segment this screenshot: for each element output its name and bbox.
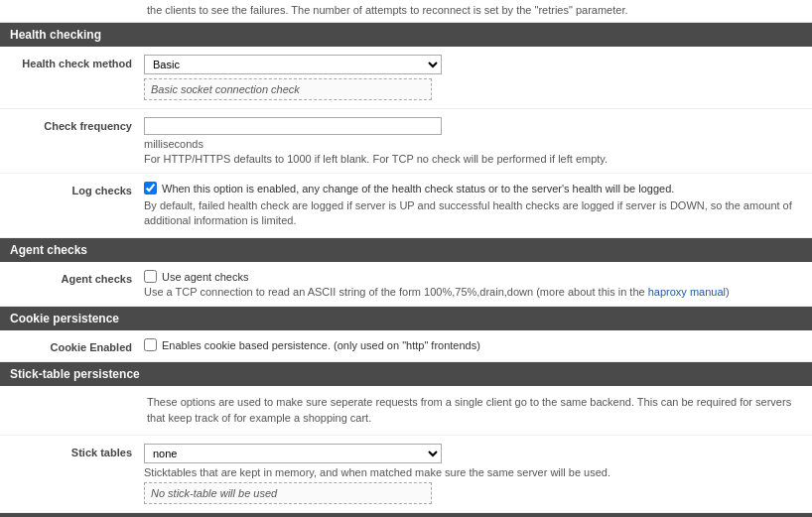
cookie-enabled-checkbox[interactable]: [144, 338, 157, 351]
log-checks-label: Log checks: [10, 182, 144, 196]
stick-table-hint-box: No stick-table will be used: [144, 482, 432, 504]
section-stick-table: Stick-table persistence: [0, 362, 812, 386]
health-checking-section: Health check method Basic HTTP HTTPS TCP…: [0, 47, 812, 238]
stick-tables-content: none Sticktables that are kept in memory…: [144, 444, 802, 504]
agent-checks-checkbox[interactable]: [144, 270, 157, 283]
log-checks-checkbox-row: When this option is enabled, any change …: [144, 182, 802, 194]
cookie-enabled-checkbox-label: Enables cookie based persistence. (only …: [162, 338, 480, 351]
check-frequency-label: Check frequency: [10, 117, 144, 132]
health-check-hint-box: Basic socket connection check: [144, 78, 432, 100]
haproxy-manual-link[interactable]: haproxy manual: [648, 286, 726, 298]
stick-table-hint-line: Sticktables that are kept in memory, and…: [144, 466, 802, 478]
stick-table-intro: These options are used to make sure sepe…: [147, 396, 791, 425]
agent-checks-checkbox-label: Use agent checks: [162, 270, 248, 283]
cookie-persistence-section: Cookie Enabled Enables cookie based pers…: [0, 330, 812, 362]
agent-checks-label: Agent checks: [10, 270, 144, 285]
cookie-enabled-row: Cookie Enabled Enables cookie based pers…: [0, 330, 812, 362]
top-note-text: the clients to see the failures. The num…: [147, 4, 628, 16]
check-frequency-input[interactable]: [144, 117, 442, 135]
stick-tables-select[interactable]: none: [144, 444, 442, 463]
health-check-method-content: Basic HTTP HTTPS TCP None Basic socket c…: [144, 55, 802, 100]
stick-table-section: These options are used to make sure sepe…: [0, 386, 812, 513]
page-wrapper: the clients to see the failures. The num…: [0, 0, 812, 517]
section-cookie-persistence: Cookie persistence: [0, 307, 812, 330]
log-checks-checkbox-label: When this option is enabled, any change …: [162, 182, 674, 194]
log-checks-checkbox[interactable]: [144, 182, 157, 194]
cookie-enabled-label: Cookie Enabled: [10, 338, 144, 353]
cookie-enabled-content: Enables cookie based persistence. (only …: [144, 338, 802, 351]
health-check-method-row: Health check method Basic HTTP HTTPS TCP…: [0, 47, 812, 109]
stick-table-intro-row: These options are used to make sure sepe…: [0, 386, 812, 436]
section-agent-checks: Agent checks: [0, 238, 812, 262]
section-health-checking: Health checking: [0, 23, 812, 47]
log-checks-hint: By default, failed health check are logg…: [144, 198, 802, 229]
cookie-enabled-checkbox-row: Enables cookie based persistence. (only …: [144, 338, 802, 351]
check-frequency-hint1: milliseconds: [144, 138, 802, 150]
section-email-notifications: Email notifications: [0, 513, 812, 517]
agent-checks-content: Use agent checks Use a TCP connection to…: [144, 270, 802, 298]
stick-tables-label: Stick tables: [10, 444, 144, 458]
check-frequency-row: Check frequency milliseconds For HTTP/HT…: [0, 109, 812, 174]
agent-checks-hint: Use a TCP connection to read an ASCII st…: [144, 286, 802, 298]
agent-checks-checkbox-row: Use agent checks: [144, 270, 802, 283]
log-checks-content: When this option is enabled, any change …: [144, 182, 802, 229]
check-frequency-content: milliseconds For HTTP/HTTPS defaults to …: [144, 117, 802, 165]
health-check-method-label: Health check method: [10, 55, 144, 69]
stick-tables-row: Stick tables none Sticktables that are k…: [0, 436, 812, 513]
check-frequency-hint2: For HTTP/HTTPS defaults to 1000 if left …: [144, 153, 802, 165]
health-check-method-select[interactable]: Basic HTTP HTTPS TCP None: [144, 55, 442, 74]
log-checks-row: Log checks When this option is enabled, …: [0, 174, 812, 238]
agent-checks-section: Agent checks Use agent checks Use a TCP …: [0, 262, 812, 307]
top-note: the clients to see the failures. The num…: [0, 0, 812, 23]
agent-checks-row: Agent checks Use agent checks Use a TCP …: [0, 262, 812, 307]
